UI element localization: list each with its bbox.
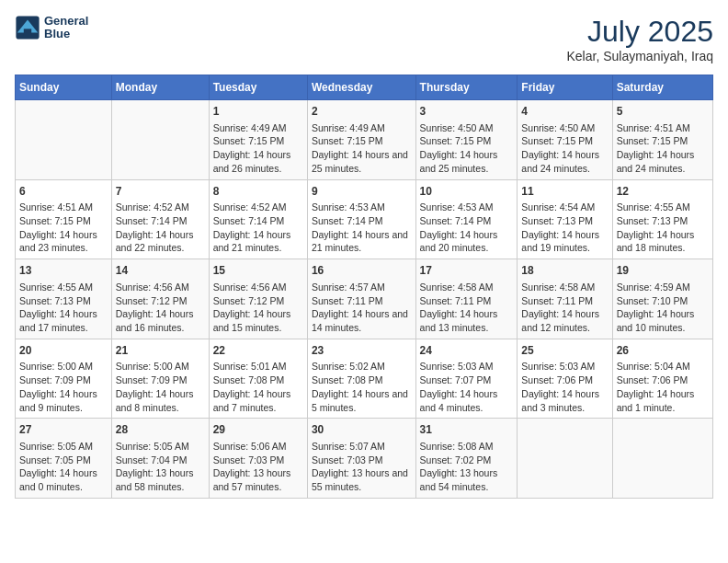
calendar-cell <box>16 100 112 180</box>
logo: General Blue <box>15 15 88 41</box>
day-content: Sunrise: 4:54 AMSunset: 7:13 PMDaylight:… <box>521 201 608 255</box>
calendar-cell <box>612 419 712 499</box>
day-number: 27 <box>19 422 108 438</box>
day-content: Sunrise: 5:08 AMSunset: 7:02 PMDaylight:… <box>420 440 514 494</box>
day-content: Sunrise: 4:56 AMSunset: 7:12 PMDaylight:… <box>116 281 205 335</box>
day-content: Sunrise: 5:00 AMSunset: 7:09 PMDaylight:… <box>116 360 205 414</box>
calendar-cell: 7Sunrise: 4:52 AMSunset: 7:14 PMDaylight… <box>111 179 209 259</box>
calendar-week-row: 27Sunrise: 5:05 AMSunset: 7:05 PMDayligh… <box>16 419 713 499</box>
day-number: 19 <box>617 263 709 279</box>
day-content: Sunrise: 5:00 AMSunset: 7:09 PMDaylight:… <box>19 360 108 414</box>
day-number: 17 <box>420 263 514 279</box>
day-number: 15 <box>213 263 303 279</box>
day-number: 11 <box>521 184 608 200</box>
day-number: 22 <box>213 343 303 359</box>
calendar-cell: 26Sunrise: 5:04 AMSunset: 7:06 PMDayligh… <box>612 339 712 419</box>
day-content: Sunrise: 4:59 AMSunset: 7:10 PMDaylight:… <box>617 281 709 335</box>
day-number: 26 <box>617 343 709 359</box>
weekday-header: Monday <box>111 75 209 100</box>
calendar-cell: 29Sunrise: 5:06 AMSunset: 7:03 PMDayligh… <box>209 419 307 499</box>
day-number: 25 <box>521 343 608 359</box>
day-number: 9 <box>312 184 412 200</box>
day-content: Sunrise: 5:02 AMSunset: 7:08 PMDaylight:… <box>312 360 412 414</box>
calendar-cell: 16Sunrise: 4:57 AMSunset: 7:11 PMDayligh… <box>307 259 415 339</box>
day-number: 3 <box>420 104 514 120</box>
day-number: 29 <box>213 422 303 438</box>
calendar-week-row: 13Sunrise: 4:55 AMSunset: 7:13 PMDayligh… <box>16 259 713 339</box>
day-content: Sunrise: 5:07 AMSunset: 7:03 PMDaylight:… <box>312 440 412 494</box>
day-content: Sunrise: 4:55 AMSunset: 7:13 PMDaylight:… <box>19 281 108 335</box>
calendar-cell: 3Sunrise: 4:50 AMSunset: 7:15 PMDaylight… <box>415 100 518 180</box>
calendar-cell: 5Sunrise: 4:51 AMSunset: 7:15 PMDaylight… <box>612 100 712 180</box>
day-number: 10 <box>420 184 514 200</box>
day-number: 13 <box>19 263 108 279</box>
calendar-cell: 17Sunrise: 4:58 AMSunset: 7:11 PMDayligh… <box>415 259 518 339</box>
day-content: Sunrise: 4:56 AMSunset: 7:12 PMDaylight:… <box>213 281 303 335</box>
calendar-week-row: 20Sunrise: 5:00 AMSunset: 7:09 PMDayligh… <box>16 339 713 419</box>
day-content: Sunrise: 4:58 AMSunset: 7:11 PMDaylight:… <box>521 281 608 335</box>
day-number: 8 <box>213 184 303 200</box>
day-number: 14 <box>116 263 205 279</box>
day-content: Sunrise: 4:49 AMSunset: 7:15 PMDaylight:… <box>213 121 303 176</box>
calendar-cell: 13Sunrise: 4:55 AMSunset: 7:13 PMDayligh… <box>16 259 112 339</box>
day-number: 23 <box>312 343 412 359</box>
day-number: 28 <box>116 422 205 438</box>
logo-line1: General <box>44 15 88 28</box>
day-content: Sunrise: 5:06 AMSunset: 7:03 PMDaylight:… <box>213 440 303 494</box>
day-number: 31 <box>420 422 514 438</box>
day-content: Sunrise: 4:51 AMSunset: 7:15 PMDaylight:… <box>617 121 709 176</box>
calendar-cell: 27Sunrise: 5:05 AMSunset: 7:05 PMDayligh… <box>16 419 112 499</box>
day-content: Sunrise: 4:50 AMSunset: 7:15 PMDaylight:… <box>521 121 608 176</box>
calendar-cell: 21Sunrise: 5:00 AMSunset: 7:09 PMDayligh… <box>111 339 209 419</box>
calendar-cell: 2Sunrise: 4:49 AMSunset: 7:15 PMDaylight… <box>307 100 415 180</box>
calendar-cell: 9Sunrise: 4:53 AMSunset: 7:14 PMDaylight… <box>307 179 415 259</box>
calendar-cell: 24Sunrise: 5:03 AMSunset: 7:07 PMDayligh… <box>415 339 518 419</box>
calendar-cell: 1Sunrise: 4:49 AMSunset: 7:15 PMDaylight… <box>209 100 307 180</box>
day-content: Sunrise: 4:49 AMSunset: 7:15 PMDaylight:… <box>312 121 412 176</box>
logo-line2: Blue <box>44 28 88 40</box>
day-number: 18 <box>521 263 608 279</box>
calendar-cell: 12Sunrise: 4:55 AMSunset: 7:13 PMDayligh… <box>612 179 712 259</box>
day-content: Sunrise: 4:53 AMSunset: 7:14 PMDaylight:… <box>312 201 412 255</box>
day-content: Sunrise: 4:57 AMSunset: 7:11 PMDaylight:… <box>312 281 412 335</box>
subtitle: Kelar, Sulaymaniyah, Iraq <box>566 49 713 63</box>
day-content: Sunrise: 5:04 AMSunset: 7:06 PMDaylight:… <box>617 360 709 414</box>
title-section: July 2025 Kelar, Sulaymaniyah, Iraq <box>566 15 713 63</box>
main-title: July 2025 <box>566 15 713 49</box>
day-number: 5 <box>617 104 709 120</box>
day-number: 4 <box>521 104 608 120</box>
calendar-cell: 11Sunrise: 4:54 AMSunset: 7:13 PMDayligh… <box>518 179 612 259</box>
day-content: Sunrise: 4:55 AMSunset: 7:13 PMDaylight:… <box>617 201 709 255</box>
calendar-cell: 6Sunrise: 4:51 AMSunset: 7:15 PMDaylight… <box>16 179 112 259</box>
day-number: 30 <box>312 422 412 438</box>
day-content: Sunrise: 4:52 AMSunset: 7:14 PMDaylight:… <box>116 201 205 255</box>
day-number: 7 <box>116 184 205 200</box>
weekday-header: Friday <box>518 75 612 100</box>
calendar-cell <box>518 419 612 499</box>
calendar-cell: 22Sunrise: 5:01 AMSunset: 7:08 PMDayligh… <box>209 339 307 419</box>
weekday-header: Wednesday <box>307 75 415 100</box>
day-number: 20 <box>19 343 108 359</box>
calendar-table: SundayMondayTuesdayWednesdayThursdayFrid… <box>15 75 713 499</box>
weekday-header: Thursday <box>415 75 518 100</box>
calendar-week-row: 1Sunrise: 4:49 AMSunset: 7:15 PMDaylight… <box>16 100 713 180</box>
calendar-cell <box>111 100 209 180</box>
day-content: Sunrise: 5:05 AMSunset: 7:04 PMDaylight:… <box>116 440 205 494</box>
calendar-cell: 18Sunrise: 4:58 AMSunset: 7:11 PMDayligh… <box>518 259 612 339</box>
day-number: 24 <box>420 343 514 359</box>
day-content: Sunrise: 4:51 AMSunset: 7:15 PMDaylight:… <box>19 201 108 255</box>
day-content: Sunrise: 4:52 AMSunset: 7:14 PMDaylight:… <box>213 201 303 255</box>
weekday-header: Sunday <box>16 75 112 100</box>
day-number: 2 <box>312 104 412 120</box>
day-content: Sunrise: 5:03 AMSunset: 7:06 PMDaylight:… <box>521 360 608 414</box>
day-number: 12 <box>617 184 709 200</box>
day-content: Sunrise: 5:05 AMSunset: 7:05 PMDaylight:… <box>19 440 108 494</box>
page-header: General Blue July 2025 Kelar, Sulaymaniy… <box>15 15 713 63</box>
calendar-cell: 30Sunrise: 5:07 AMSunset: 7:03 PMDayligh… <box>307 419 415 499</box>
calendar-cell: 31Sunrise: 5:08 AMSunset: 7:02 PMDayligh… <box>415 419 518 499</box>
calendar-cell: 28Sunrise: 5:05 AMSunset: 7:04 PMDayligh… <box>111 419 209 499</box>
day-content: Sunrise: 4:58 AMSunset: 7:11 PMDaylight:… <box>420 281 514 335</box>
weekday-header: Saturday <box>612 75 712 100</box>
calendar-cell: 8Sunrise: 4:52 AMSunset: 7:14 PMDaylight… <box>209 179 307 259</box>
day-content: Sunrise: 4:53 AMSunset: 7:14 PMDaylight:… <box>420 201 514 255</box>
